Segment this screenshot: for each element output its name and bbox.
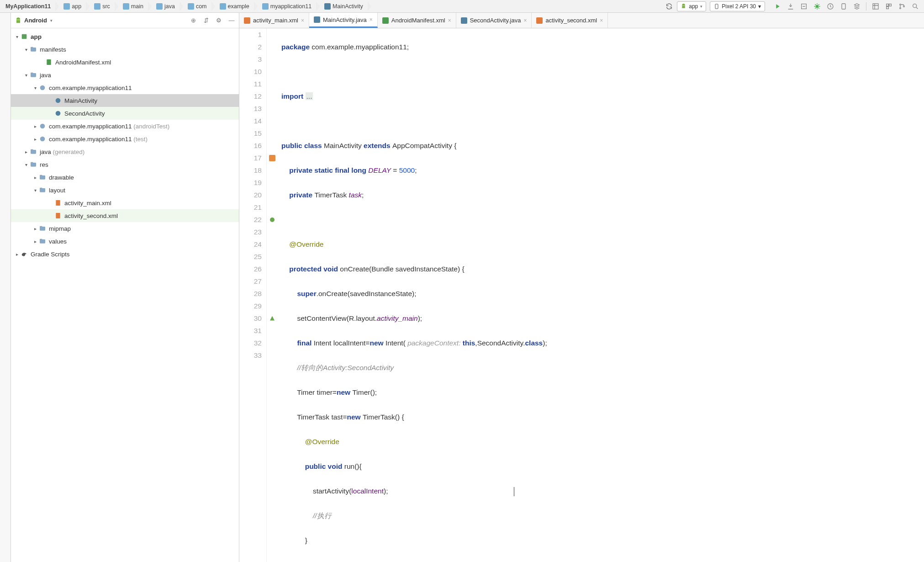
resource-manager-icon[interactable] <box>885 2 893 11</box>
close-icon[interactable]: × <box>301 17 304 24</box>
gutter-icons <box>267 28 278 562</box>
debug-icon[interactable] <box>813 2 821 11</box>
override-marker-icon[interactable] <box>270 217 275 222</box>
sync-icon[interactable] <box>665 2 673 11</box>
xml-icon <box>536 17 543 24</box>
svg-rect-5 <box>887 4 889 6</box>
tab-activity-second[interactable]: activity_second.xml× <box>532 13 608 28</box>
tree-node-layout-main[interactable]: activity_main.xml <box>11 196 239 209</box>
tab-secondactivity[interactable]: SecondActivity.java× <box>456 13 532 28</box>
device-label: Pixel 2 API 30 <box>722 3 756 10</box>
tree-node-layout-second[interactable]: activity_second.xml <box>11 209 239 222</box>
toolbar-right <box>769 2 924 11</box>
phone-icon <box>714 3 719 10</box>
crumb-example[interactable]: example <box>211 0 254 12</box>
tree-node-manifests[interactable]: manifests <box>11 43 239 56</box>
crumb-pkg[interactable]: myapplication11 <box>254 0 316 12</box>
tree-node-manifest-file[interactable]: AndroidManifest.xml <box>11 56 239 69</box>
svg-point-18 <box>40 137 45 142</box>
svg-rect-12 <box>22 34 27 39</box>
tool-window-strip[interactable] <box>0 13 11 562</box>
tree-node-main-activity[interactable]: MainActivity <box>11 94 239 107</box>
project-sidebar: Android▾ ⊕ ⇵ ⚙ — app manifests AndroidMa… <box>11 13 239 562</box>
chevron-down-icon: ▾ <box>700 4 702 9</box>
collapse-icon[interactable]: ⇵ <box>202 17 210 24</box>
tree-node-mipmap[interactable]: mipmap <box>11 222 239 235</box>
crumb-src[interactable]: src <box>86 0 115 12</box>
run-icon[interactable] <box>773 2 781 11</box>
top-navbar: MyApplication11 app src main java com ex… <box>0 0 924 13</box>
git-icon[interactable] <box>898 2 906 11</box>
tree-node-layout[interactable]: layout <box>11 184 239 196</box>
crumb-project[interactable]: MyApplication11 <box>2 0 55 12</box>
tree-node-pkg-androidtest[interactable]: com.example.myapplication11 (androidTest… <box>11 120 239 133</box>
override-icon[interactable] <box>269 155 275 161</box>
svg-rect-4 <box>873 4 878 9</box>
tab-mainactivity[interactable]: MainActivity.java× <box>309 13 378 28</box>
tree-node-values[interactable]: values <box>11 235 239 248</box>
run-config-label: app <box>689 3 698 10</box>
svg-rect-7 <box>887 6 889 9</box>
tree-node-pkg-main[interactable]: com.example.myapplication11 <box>11 81 239 94</box>
close-icon[interactable]: × <box>600 17 603 24</box>
tree-node-second-activity[interactable]: SecondActivity <box>11 107 239 120</box>
svg-point-16 <box>56 111 61 116</box>
xml-icon <box>244 17 250 24</box>
code-content[interactable]: package com.example.myapplication11; imp… <box>278 28 924 562</box>
svg-point-17 <box>40 124 45 129</box>
tree-node-java-gen[interactable]: java (generated) <box>11 145 239 158</box>
svg-point-14 <box>40 85 45 90</box>
tree-node-pkg-test[interactable]: com.example.myapplication11 (test) <box>11 133 239 145</box>
tree-node-app[interactable]: app <box>11 30 239 43</box>
chevron-down-icon: ▾ <box>758 3 761 10</box>
implements-marker-icon[interactable] <box>270 316 275 321</box>
svg-rect-19 <box>56 200 60 206</box>
close-icon[interactable]: × <box>370 16 373 23</box>
apply-changes-icon[interactable] <box>787 2 795 11</box>
locate-icon[interactable]: ⊕ <box>190 17 197 24</box>
tree-node-drawable[interactable]: drawable <box>11 171 239 184</box>
crumb-com[interactable]: com <box>180 0 211 12</box>
tree-node-java[interactable]: java <box>11 69 239 81</box>
svg-rect-3 <box>842 4 845 9</box>
code-editor[interactable]: 1231011121314151617181920212223242526272… <box>239 28 924 562</box>
project-view-select[interactable]: Android▾ <box>15 17 53 24</box>
svg-rect-20 <box>56 213 60 218</box>
close-icon[interactable]: × <box>523 17 527 24</box>
sdk-icon[interactable] <box>853 2 861 11</box>
manifest-icon <box>382 17 389 24</box>
svg-rect-13 <box>47 59 51 65</box>
line-gutter: 1231011121314151617181920212223242526272… <box>239 28 267 562</box>
editor: activity_main.xml× MainActivity.java× An… <box>239 13 924 562</box>
crumb-app[interactable]: app <box>55 0 86 12</box>
run-toolbar: app ▾ Pixel 2 API 30 ▾ <box>661 1 769 11</box>
crumb-main[interactable]: main <box>115 0 148 12</box>
apply-code-icon[interactable] <box>800 2 808 11</box>
svg-rect-0 <box>715 4 718 9</box>
breadcrumb: MyApplication11 app src main java com ex… <box>0 0 661 12</box>
crumb-class[interactable]: MainActivity <box>316 0 368 12</box>
svg-point-11 <box>913 4 917 7</box>
profile-icon[interactable] <box>826 2 834 11</box>
tab-manifest[interactable]: AndroidManifest.xml× <box>378 13 456 28</box>
svg-point-10 <box>903 5 905 7</box>
gear-icon[interactable]: ⚙ <box>215 17 222 24</box>
avd-icon[interactable] <box>840 2 848 11</box>
tree-node-res[interactable]: res <box>11 158 239 171</box>
search-icon[interactable] <box>911 2 919 11</box>
java-icon <box>461 17 467 24</box>
close-icon[interactable]: × <box>448 17 451 24</box>
java-icon <box>314 16 320 23</box>
hide-icon[interactable]: — <box>228 17 235 24</box>
svg-rect-6 <box>889 4 892 6</box>
device-select[interactable]: Pixel 2 API 30 ▾ <box>710 1 765 11</box>
editor-tabs: activity_main.xml× MainActivity.java× An… <box>239 13 924 28</box>
svg-point-1 <box>816 5 819 8</box>
tab-activity-main[interactable]: activity_main.xml× <box>239 13 309 28</box>
tree-node-gradle[interactable]: Gradle Scripts <box>11 248 239 260</box>
crumb-java[interactable]: java <box>148 0 180 12</box>
svg-point-8 <box>900 4 901 5</box>
svg-point-9 <box>900 7 901 9</box>
layout-inspector-icon[interactable] <box>871 2 880 11</box>
run-config-select[interactable]: app ▾ <box>677 1 706 11</box>
